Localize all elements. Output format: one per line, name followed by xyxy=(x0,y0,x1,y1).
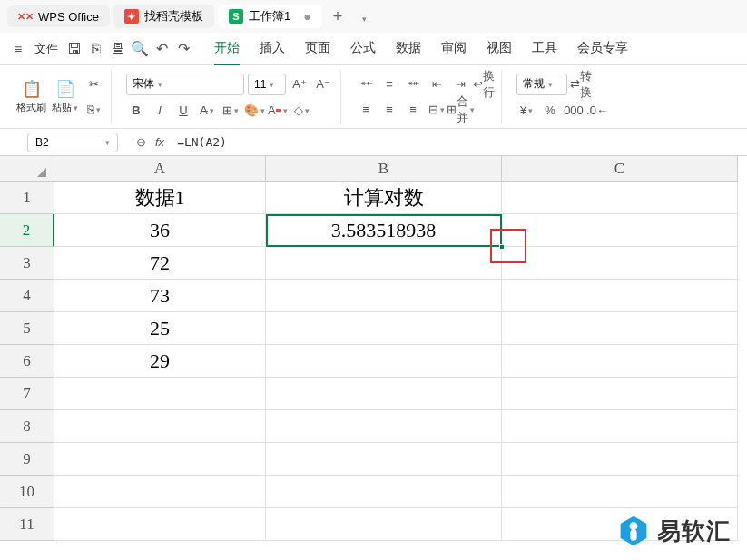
cell-b6[interactable] xyxy=(266,345,502,378)
cell[interactable] xyxy=(266,378,502,410)
col-header-b[interactable]: B xyxy=(266,156,502,182)
tab-view[interactable]: 视图 xyxy=(487,33,512,65)
cell-c4[interactable] xyxy=(502,280,738,312)
save-icon[interactable]: 🖫 xyxy=(65,40,84,58)
cell[interactable] xyxy=(502,476,738,508)
cut-button[interactable]: ✂ xyxy=(84,74,103,94)
cell-a1[interactable]: 数据1 xyxy=(54,182,266,214)
row-header[interactable]: 7 xyxy=(0,378,54,410)
cell-a2[interactable]: 36 xyxy=(54,214,266,247)
tab-home[interactable]: 开始 xyxy=(214,33,240,65)
align-center-button[interactable]: ≡ xyxy=(379,100,399,120)
percent-button[interactable]: % xyxy=(540,101,560,121)
tab-data[interactable]: 数据 xyxy=(396,33,421,65)
align-left-button[interactable]: ≡ xyxy=(356,100,376,120)
font-name-select[interactable]: 宋体 ▾ xyxy=(126,74,244,95)
italic-button[interactable]: I xyxy=(150,101,170,121)
name-box[interactable]: B2 ▾ xyxy=(27,133,118,152)
cell[interactable] xyxy=(266,476,502,508)
strikethrough-button[interactable]: A̶ xyxy=(197,101,217,121)
decrease-font-button[interactable]: A⁻ xyxy=(313,74,333,94)
cell-a4[interactable]: 73 xyxy=(54,280,266,312)
row-header[interactable]: 3 xyxy=(0,247,54,280)
cell-c2[interactable] xyxy=(502,214,738,247)
cell-b4[interactable] xyxy=(266,280,502,312)
tab-review[interactable]: 审阅 xyxy=(441,33,467,65)
cancel-formula-icon[interactable]: ⊖ xyxy=(136,135,146,149)
paste-button[interactable]: 📄 粘贴 xyxy=(52,79,78,114)
tab-member[interactable]: 会员专享 xyxy=(577,33,628,65)
cell[interactable] xyxy=(502,443,738,476)
font-size-select[interactable]: 11 ▾ xyxy=(248,74,286,95)
increase-indent-button[interactable]: ⇥ xyxy=(450,74,470,94)
row-header[interactable]: 8 xyxy=(0,410,54,443)
row-header[interactable]: 2 xyxy=(0,214,54,247)
decrease-indent-button[interactable]: ⇤ xyxy=(427,74,447,94)
format-painter-button[interactable]: 📋 格式刷 xyxy=(16,79,46,114)
increase-font-button[interactable]: A⁺ xyxy=(290,74,310,94)
tab-formula[interactable]: 公式 xyxy=(350,33,376,65)
cell-a6[interactable]: 29 xyxy=(54,345,266,378)
cell[interactable] xyxy=(54,508,266,541)
font-color-button[interactable]: A xyxy=(268,101,288,121)
cell[interactable] xyxy=(266,410,502,443)
wrap-text-button[interactable]: ↩换行 xyxy=(474,74,494,94)
cell-b5[interactable] xyxy=(266,312,502,345)
row-header[interactable]: 10 xyxy=(0,476,54,508)
convert-button[interactable]: ⇄转换 xyxy=(571,74,591,94)
cell-b1[interactable]: 计算对数 xyxy=(266,182,502,214)
tab-insert[interactable]: 插入 xyxy=(260,33,285,65)
cell-c3[interactable] xyxy=(502,247,738,280)
hamburger-icon[interactable]: ≡ xyxy=(9,40,27,58)
tab-page[interactable]: 页面 xyxy=(305,33,330,65)
align-bottom-button[interactable]: ⬵ xyxy=(403,74,423,94)
cell[interactable] xyxy=(502,410,738,443)
print-icon[interactable]: 🖶 xyxy=(109,40,127,58)
col-header-c[interactable]: C xyxy=(502,156,738,182)
cell[interactable] xyxy=(266,508,502,541)
cell-c5[interactable] xyxy=(502,312,738,345)
cell[interactable] xyxy=(54,476,266,508)
undo-icon[interactable]: ↶ xyxy=(152,40,171,58)
cell[interactable] xyxy=(502,378,738,410)
cell[interactable] xyxy=(54,378,266,410)
cell-b2[interactable]: 3.583518938 xyxy=(266,214,502,247)
cell-b3[interactable] xyxy=(266,247,502,280)
cell-c6[interactable] xyxy=(502,345,738,378)
fx-icon[interactable]: fx xyxy=(155,135,164,149)
cell-c1[interactable] xyxy=(502,182,738,214)
app-home-tab[interactable]: ✕✕ WPS Office xyxy=(7,5,110,27)
merge-cells-button[interactable]: ⊞合并 xyxy=(450,100,470,120)
row-header[interactable]: 6 xyxy=(0,345,54,378)
cell-a3[interactable]: 72 xyxy=(54,247,266,280)
export-icon[interactable]: ⎘ xyxy=(87,40,105,58)
border-button[interactable]: ⊞ xyxy=(221,101,241,121)
bold-button[interactable]: B xyxy=(126,101,146,121)
cell[interactable] xyxy=(266,443,502,476)
align-middle-button[interactable]: ≡ xyxy=(379,74,399,94)
row-header[interactable]: 9 xyxy=(0,443,54,476)
tab-tools[interactable]: 工具 xyxy=(532,33,557,65)
fill-color-button[interactable]: 🎨 xyxy=(244,101,264,121)
preview-icon[interactable]: 🔍 xyxy=(131,40,149,58)
cells-area[interactable]: 数据1 计算对数 36 3.583518938 72 73 25 29 xyxy=(54,182,738,541)
cell-a5[interactable]: 25 xyxy=(54,312,266,345)
clear-format-button[interactable]: ◇ xyxy=(291,101,311,121)
underline-button[interactable]: U xyxy=(173,101,193,121)
tab-list-button[interactable] xyxy=(353,7,374,26)
cell[interactable] xyxy=(54,410,266,443)
file-menu[interactable]: 文件 xyxy=(31,41,62,57)
formula-input[interactable]: =LN(A2) xyxy=(173,135,227,149)
col-header-a[interactable]: A xyxy=(54,156,266,182)
align-right-button[interactable]: ≡ xyxy=(403,100,423,120)
docer-tab[interactable]: ✦ 找稻壳模板 xyxy=(113,5,214,28)
workbook-tab[interactable]: S 工作簿1 ● xyxy=(218,5,322,28)
copy-button[interactable]: ⎘ xyxy=(84,100,103,120)
comma-button[interactable]: 000 xyxy=(564,101,584,121)
select-all-corner[interactable] xyxy=(0,156,54,182)
cell[interactable] xyxy=(54,443,266,476)
decrease-decimal-button[interactable]: .0← xyxy=(587,101,607,121)
distribute-button[interactable]: ⊟ xyxy=(427,100,447,120)
number-format-select[interactable]: 常规 ▾ xyxy=(516,74,567,95)
align-top-button[interactable]: ⬴ xyxy=(356,74,376,94)
